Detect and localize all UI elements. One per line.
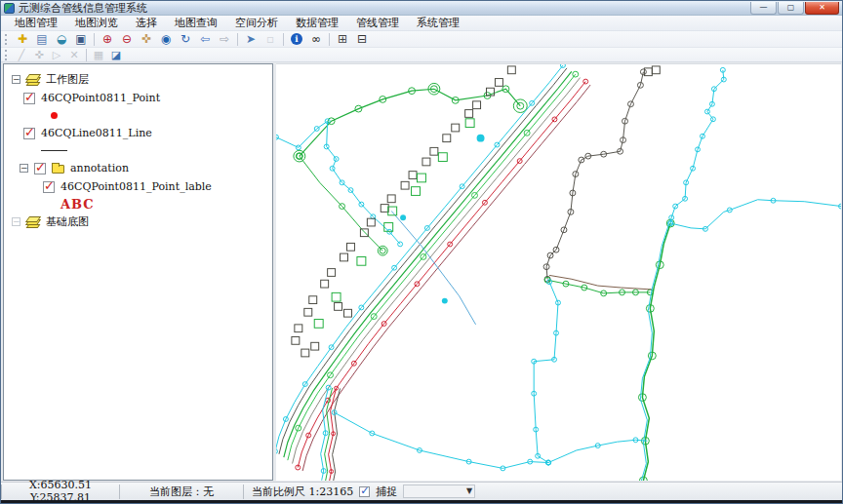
chevron-down-icon: ▼: [466, 486, 472, 495]
status-scale: 当前比例尺 1:23165: [252, 485, 353, 499]
menu-item[interactable]: 系统管理: [408, 15, 468, 31]
menu-item[interactable]: 空间分析: [226, 15, 287, 31]
toolbar-main: ✚▤◒▣⊕⊖✜◉↻⇦⇨➤▫ℹ∞⊞⊟: [1, 31, 842, 48]
expand-toggle[interactable]: −: [12, 217, 20, 226]
previous-view-icon[interactable]: ⇦: [195, 32, 215, 47]
map-svg[interactable]: [276, 64, 841, 481]
window-titlebar: 元测综合管线信息管理系统 — ▢ ✕: [1, 1, 842, 16]
menu-item[interactable]: 数据管理: [287, 15, 347, 31]
tree-item-row: ✓46CQLine0811_Line: [4, 124, 272, 142]
plot-icon[interactable]: ⊟: [352, 32, 372, 47]
export-map-icon[interactable]: ◪: [107, 49, 125, 61]
menu-item[interactable]: 地图管理: [6, 15, 66, 31]
label-symbol-legend: ABC: [60, 197, 95, 212]
menu-item[interactable]: 地图浏览: [66, 15, 127, 31]
tree-item-row: −工作图层: [4, 70, 272, 89]
add-layer-icon[interactable]: ◒: [52, 32, 71, 47]
layers-icon: [26, 216, 40, 228]
layer-checkbox[interactable]: ✓: [23, 93, 35, 104]
layer-checkbox[interactable]: ✓: [43, 181, 55, 193]
layer-tree-panel: −工作图层✓46CQPoint0811_Point✓46CQLine0811_L…: [3, 63, 273, 481]
select-arrow-icon: ▷: [48, 49, 65, 61]
snap-combobox[interactable]: ▼: [403, 485, 475, 498]
zoom-in-icon[interactable]: ⊕: [98, 32, 117, 47]
layer-label[interactable]: 46CQPoint0811_Point: [41, 92, 160, 104]
minimize-button[interactable]: —: [750, 2, 777, 15]
snap-label: 捕捉: [376, 485, 397, 499]
menu-item[interactable]: 地图查询: [166, 15, 226, 31]
expand-toggle[interactable]: −: [20, 164, 28, 173]
pan-icon[interactable]: ✜: [137, 32, 156, 47]
tree-legend-row: [4, 142, 272, 159]
line-symbol-legend: [41, 150, 67, 151]
select-features-icon[interactable]: ➤: [241, 32, 261, 47]
tree-legend-row: ABC: [4, 196, 272, 213]
layer-label[interactable]: 基础底图: [46, 214, 89, 229]
add-database-icon[interactable]: ▤: [32, 32, 52, 47]
refresh-icon[interactable]: ↻: [176, 32, 195, 47]
status-current-layer: 当前图层：无: [120, 485, 243, 499]
menubar: 地图管理地图浏览选择地图查询空间分析数据管理管线管理系统管理: [1, 16, 842, 31]
content-area: −工作图层✓46CQPoint0811_Point✓46CQLine0811_L…: [1, 62, 842, 482]
zoom-out-icon[interactable]: ⊖: [117, 32, 137, 47]
app-icon: [4, 3, 15, 14]
layers-icon: [26, 74, 40, 86]
tree-item-row: ✓46CQPoint0811_Point: [4, 89, 272, 107]
save-icon[interactable]: ▣: [71, 32, 91, 47]
tree-item-row: ✓46CQPoint0811_Point_lable: [4, 177, 272, 196]
close-button[interactable]: ✕: [805, 2, 839, 15]
move-feature-icon: ✜: [30, 49, 48, 61]
map-canvas[interactable]: [276, 63, 841, 481]
app-window: 元测综合管线信息管理系统 — ▢ ✕ 地图管理地图浏览选择地图查询空间分析数据管…: [0, 0, 843, 504]
toolbar-grip[interactable]: [5, 50, 9, 60]
bottom-edge: [1, 500, 842, 503]
full-extent-icon[interactable]: ◉: [156, 32, 176, 47]
add-data-icon[interactable]: ✚: [13, 32, 32, 47]
layer-label[interactable]: 46CQPoint0811_Point_lable: [60, 180, 212, 193]
layer-checkbox[interactable]: ✓: [23, 128, 35, 139]
identify-icon[interactable]: ℹ: [287, 32, 306, 47]
status-bar: X:65630.51 Y:25837.81 当前图层：无 当前比例尺 1:231…: [1, 482, 842, 500]
attribute-table-icon: ▦: [90, 49, 107, 61]
expand-toggle[interactable]: −: [12, 75, 20, 84]
delete-feature-icon: ✕: [65, 49, 83, 61]
menu-item[interactable]: 管线管理: [347, 15, 408, 31]
folder-icon: [52, 165, 64, 174]
layer-label[interactable]: annotation: [70, 162, 129, 174]
tree-item-row: −✓annotation: [4, 159, 272, 177]
tree-legend-row: [4, 107, 272, 124]
maximize-button[interactable]: ▢: [778, 2, 804, 15]
toolbar-grip[interactable]: [5, 34, 9, 45]
draw-line-icon: ╱: [13, 49, 30, 61]
layer-label[interactable]: 工作图层: [46, 72, 89, 87]
menu-item[interactable]: 选择: [127, 15, 166, 31]
window-title: 元测综合管线信息管理系统: [19, 1, 147, 16]
find-icon[interactable]: ∞: [306, 32, 326, 47]
clear-selection-icon: ▫: [261, 32, 280, 47]
tree-item-row: −基础底图: [4, 213, 272, 231]
layer-label[interactable]: 46CQLine0811_Line: [41, 127, 152, 139]
layer-checkbox[interactable]: ✓: [34, 163, 46, 174]
point-symbol-legend: [51, 112, 58, 119]
coordinates-icon[interactable]: ⊞: [333, 32, 352, 47]
toolbar-edit: ╱✜▷✕▦◪: [1, 48, 842, 62]
snap-checkbox[interactable]: ✓: [359, 486, 370, 497]
next-view-icon[interactable]: ⇨: [215, 32, 234, 47]
